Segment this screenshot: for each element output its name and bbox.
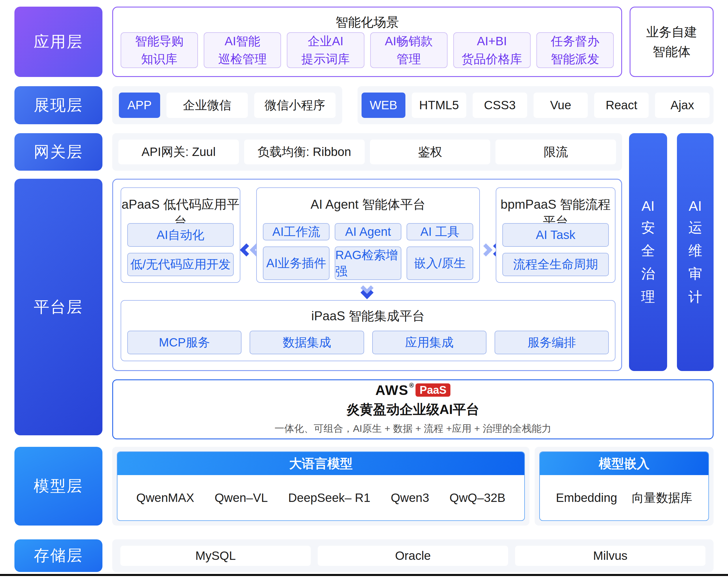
llm-card: 大语言模型 QwenMAX Qwen–VL DeepSeek– R1 Qwen3…	[117, 451, 525, 521]
chip-line: 知识库	[141, 50, 178, 68]
llm-item-qwenvl: Qwen–VL	[215, 491, 268, 505]
scenario-title: 智能化场景	[113, 14, 621, 31]
ai-security-governance-bar: AI 安 全 治 理	[629, 133, 667, 371]
agent-chip-rag: RAG检索增强	[335, 246, 401, 280]
llm-item-deepseek: DeepSeek– R1	[288, 491, 370, 505]
chip-line: 企业AI	[308, 32, 344, 50]
apaas-chips: AI自动化 低/无代码应用开发	[127, 223, 234, 276]
scenario-chip-price-library: AI+BI 货品价格库	[453, 32, 530, 68]
layer-label-platform: 平台层	[15, 179, 102, 435]
registered-icon: ®	[409, 382, 414, 389]
double-chevron-down-icon	[362, 283, 372, 297]
ipaas-chips: MCP服务 数据集成 应用集成 服务编排	[127, 331, 609, 354]
embed-item-vectordb: 向量数据库	[632, 490, 693, 506]
platform-banner-title: 炎黄盈动企业级AI平台	[346, 401, 479, 419]
llm-group: 大语言模型 QwenMAX Qwen–VL DeepSeek– R1 Qwen3…	[112, 447, 529, 526]
scenario-chip-knowledge-base: 智能导购 知识库	[121, 32, 198, 68]
ai-agent-row2: AI业务插件 RAG检索增强 嵌入/原生	[263, 246, 473, 280]
ipaas-chip-app-integ: 应用集成	[372, 331, 487, 354]
llm-item-qwenmax: QwenMAX	[136, 491, 194, 505]
apaas-chip-lowcode: 低/无代码应用开发	[127, 253, 234, 276]
vbar-char: 治	[641, 265, 655, 283]
ipaas-chip-mcp: MCP服务	[127, 331, 241, 354]
gateway-group: API网关: Zuul 负载均衡: Ribbon 鉴权 限流	[112, 133, 622, 171]
ipaas-chip-orchestration: 服务编排	[495, 331, 609, 354]
self-built-line: 业务自建	[646, 22, 697, 42]
scenario-container: 智能化场景 智能导购 知识库 AI智能 巡检管理 企业AI 提示词库 AI畅销款…	[112, 7, 622, 77]
agent-chip-workflow: AI工作流	[263, 223, 330, 241]
embed-item-embedding: Embedding	[556, 491, 617, 505]
chip-line: 智能派发	[551, 50, 599, 68]
chip-line: 巡检管理	[218, 50, 267, 68]
vbar-char: 运	[688, 219, 702, 237]
presentation-chip-html5: HTML5	[412, 92, 466, 118]
presentation-chip-app: APP	[119, 92, 160, 118]
llm-card-body: QwenMAX Qwen–VL DeepSeek– R1 Qwen3 QwQ–3…	[118, 475, 524, 520]
ai-ops-audit-bar: AI 运 维 审 计	[677, 133, 713, 371]
ai-agent-row1: AI工作流 AI Agent AI 工具	[263, 223, 473, 241]
ipaas-title: iPaaS 智能集成平台	[121, 308, 615, 325]
platform-banner-subtitle: 一体化、可组合，AI原生 + 数据 + 流程 +应用 + 治理的全栈能力	[275, 422, 551, 435]
architecture-diagram: 应用层 展现层 网关层 平台层 模型层 存储层 智能化场景 智能导购 知识库 A…	[0, 0, 728, 578]
llm-item-qwq32b: QwQ–32B	[449, 491, 505, 505]
platform-container: aPaaS 低代码应用平台 AI自动化 低/无代码应用开发 AI Agent 智…	[112, 179, 622, 371]
embedding-card-header: 模型嵌入	[540, 452, 708, 475]
presentation-chip-miniprogram: 微信小程序	[254, 92, 336, 118]
embedding-group: 模型嵌入 Embedding 向量数据库	[535, 447, 713, 526]
presentation-chip-vue: Vue	[534, 92, 588, 118]
apaas-chip-ai-automation: AI自动化	[127, 223, 234, 247]
scenario-chip-row: 智能导购 知识库 AI智能 巡检管理 企业AI 提示词库 AI畅销款 管理 AI…	[121, 32, 614, 68]
presentation-web-group: WEB HTML5 CSS3 Vue React Ajax	[358, 86, 713, 124]
layer-label-model: 模型层	[15, 447, 102, 526]
bottom-edge-line	[0, 574, 728, 576]
presentation-app-group: APP 企业微信 微信小程序	[112, 86, 342, 124]
agent-chip-ai-tools: AI 工具	[407, 223, 473, 241]
ai-agent-box: AI Agent 智能体平台 AI工作流 AI Agent AI 工具 AI业务…	[256, 187, 480, 283]
chip-line: AI+BI	[477, 32, 507, 50]
chip-line: 智能导购	[135, 32, 183, 50]
storage-chip-milvus: Milvus	[515, 546, 705, 566]
vbar-char: 全	[641, 242, 655, 260]
self-built-line: 智能体	[653, 42, 691, 61]
paas-badge: PaaS	[416, 383, 450, 397]
vbar-char: 审	[688, 265, 702, 283]
ipaas-box: iPaaS 智能集成平台 MCP服务 数据集成 应用集成 服务编排	[121, 300, 616, 361]
chip-line: 货品价格库	[462, 50, 522, 68]
ipaas-chip-data-integ: 数据集成	[250, 331, 364, 354]
vbar-char: AI	[642, 198, 654, 214]
agent-chip-embed: 嵌入/原生	[407, 246, 473, 280]
presentation-chip-ajax: Ajax	[655, 92, 709, 118]
awspaas-banner: AWS ® PaaS 炎黄盈动企业级AI平台 一体化、可组合，AI原生 + 数据…	[112, 379, 713, 439]
presentation-chip-web: WEB	[362, 92, 406, 118]
embedding-card: 模型嵌入 Embedding 向量数据库	[539, 451, 709, 521]
apaas-box: aPaaS 低代码应用平台 AI自动化 低/无代码应用开发	[121, 187, 240, 283]
ai-agent-chips: AI工作流 AI Agent AI 工具 AI业务插件 RAG检索增强 嵌入/原…	[263, 223, 473, 276]
storage-chip-mysql: MySQL	[120, 546, 311, 566]
llm-card-header: 大语言模型	[118, 452, 524, 475]
chip-line: 任务督办	[551, 32, 599, 50]
vbar-char: 安	[641, 219, 655, 237]
layer-label-gateway: 网关层	[15, 133, 102, 171]
presentation-chip-wecom: 企业微信	[166, 92, 248, 118]
scenario-chip-bestseller: AI畅销款 管理	[370, 32, 447, 68]
bpm-chip-lifecycle: 流程全生命周期	[502, 253, 609, 276]
ai-agent-title: AI Agent 智能体平台	[257, 196, 479, 213]
gateway-chip-zuul: API网关: Zuul	[118, 140, 239, 164]
scenario-chip-inspection: AI智能 巡检管理	[204, 32, 281, 68]
vbar-char: 维	[688, 242, 702, 260]
awspaas-logo: AWS ® PaaS	[375, 383, 451, 397]
bpm-chip-ai-task: AI Task	[502, 223, 609, 247]
layer-label-storage: 存储层	[15, 540, 102, 572]
embedding-card-body: Embedding 向量数据库	[540, 475, 708, 520]
vbar-char: 理	[641, 288, 655, 306]
layer-label-presentation: 展现层	[15, 86, 102, 124]
bpmpaas-chips: AI Task 流程全生命周期	[502, 223, 609, 276]
agent-chip-plugins: AI业务插件	[263, 246, 330, 280]
chip-line: 管理	[397, 50, 421, 68]
chip-line: AI畅销款	[385, 32, 433, 50]
gateway-chip-ratelimit: 限流	[495, 140, 616, 164]
storage-group: MySQL Oracle Milvus	[112, 540, 713, 572]
gateway-chip-ribbon: 负载均衡: Ribbon	[244, 140, 365, 164]
self-built-agent-box: 业务自建 智能体	[630, 7, 713, 77]
vbar-char: 计	[688, 288, 702, 306]
